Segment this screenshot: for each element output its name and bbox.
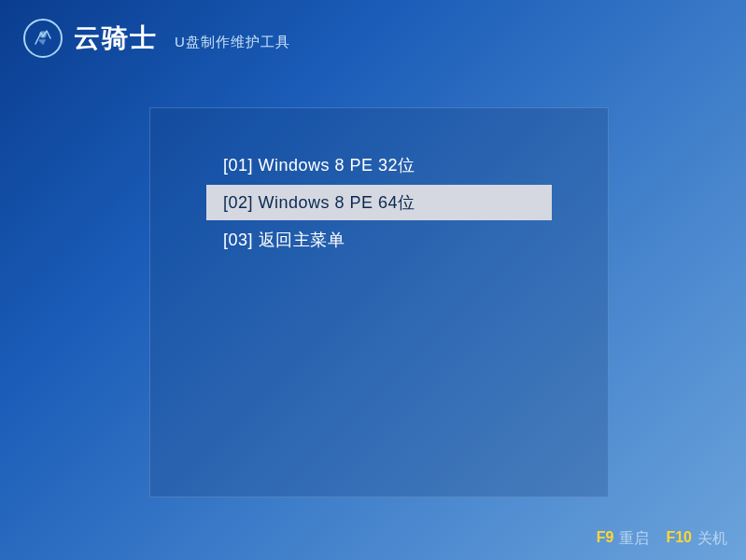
svg-point-0 xyxy=(40,32,46,37)
subtitle: U盘制作维护工具 xyxy=(175,34,290,51)
shutdown-hint: F10 关机 xyxy=(666,529,727,549)
footer: F9 重启 F10 关机 xyxy=(597,529,727,549)
shutdown-key: F10 xyxy=(666,529,692,549)
brand-logo-icon xyxy=(23,19,63,58)
menu-item-return[interactable]: [03] 返回主菜单 xyxy=(206,222,552,258)
header: 云骑士 U盘制作维护工具 xyxy=(0,0,746,77)
menu-item-win8pe-32[interactable]: [01] Windows 8 PE 32位 xyxy=(206,147,552,183)
brand-name: 云骑士 xyxy=(74,21,158,56)
shutdown-label: 关机 xyxy=(697,529,727,549)
restart-label: 重启 xyxy=(619,529,649,549)
boot-menu: [01] Windows 8 PE 32位 [02] Windows 8 PE … xyxy=(149,107,609,497)
restart-key: F9 xyxy=(597,529,614,549)
menu-item-win8pe-64[interactable]: [02] Windows 8 PE 64位 xyxy=(206,185,552,220)
restart-hint: F9 重启 xyxy=(597,529,650,549)
